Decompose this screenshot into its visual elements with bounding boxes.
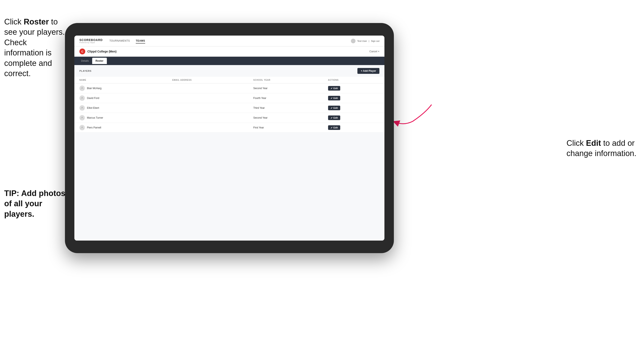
player-email-cell [167,83,248,93]
team-logo: C [80,48,85,54]
nav-tournaments[interactable]: TOURNAMENTS [109,38,130,43]
player-name: Elliot Ebert [87,107,99,109]
team-title-bar: C Clippd College (Men) Cancel × [74,46,384,57]
player-name-cell: Piers Parnell [74,123,167,133]
player-name-cell: Marcus Turner [74,113,167,123]
tab-roster[interactable]: Roster [92,58,107,64]
player-avatar [80,95,85,101]
player-name: David Ford [87,97,99,100]
pencil-icon [330,97,333,99]
table-row: Blair McHarg Second Year Edit [74,83,384,93]
tab-details[interactable]: Details [78,58,92,64]
player-email-cell [167,113,248,123]
pencil-icon [330,87,333,89]
tabs-bar: Details Roster [74,57,384,65]
add-player-button[interactable]: + Add Player [358,68,380,74]
tip-text: TIP: Add photos of all your players. [4,188,71,219]
player-name: Blair McHarg [87,87,102,90]
player-name: Piers Parnell [87,126,101,129]
table-row: David Ford Fourth Year Edit [74,93,384,103]
table-row: Elliot Ebert Third Year Edit [74,103,384,113]
edit-player-button[interactable]: Edit [328,116,340,120]
cancel-button[interactable]: Cancel × [369,50,380,53]
team-name: Clippd College (Men) [87,50,369,53]
edit-player-button[interactable]: Edit [328,125,340,130]
nav-teams[interactable]: TEAMS [136,38,145,43]
tablet-device: SCOREBOARD Powered by clippd TOURNAMENTS… [65,23,394,253]
player-actions-cell: Edit [323,113,384,123]
player-email-cell [167,103,248,113]
edit-label: Edit [334,117,338,119]
player-school-year-cell: First Year [248,123,323,133]
pencil-icon [330,117,333,119]
logo-area: SCOREBOARD Powered by clippd [80,38,103,43]
players-section-header: PLAYERS + Add Player [74,65,384,77]
player-school-year-cell: Fourth Year [248,93,323,103]
player-avatar [80,86,85,91]
player-name-cell: David Ford [74,93,167,103]
edit-label: Edit [334,87,338,90]
user-avatar [351,39,356,43]
player-actions-cell: Edit [323,83,384,93]
user-area: Test User | Sign out [351,39,380,43]
roster-bold: Roster [24,17,49,26]
app-header: SCOREBOARD Powered by clippd TOURNAMENTS… [74,35,384,46]
col-email: EMAIL ADDRESS [167,77,248,83]
edit-player-button[interactable]: Edit [328,96,340,100]
edit-player-button[interactable]: Edit [328,86,340,91]
player-avatar [80,105,85,111]
edit-label: Edit [334,107,338,109]
tablet-screen: SCOREBOARD Powered by clippd TOURNAMENTS… [74,35,384,241]
separator: | [369,40,369,42]
edit-bold: Edit [586,139,601,148]
player-school-year-cell: Second Year [248,113,323,123]
table-row: Piers Parnell First Year Edit [74,123,384,133]
pencil-icon [330,127,333,129]
instruction-right: Click Edit to add or change information. [566,138,640,159]
player-school-year-cell: Second Year [248,83,323,93]
roster-table: NAME EMAIL ADDRESS SCHOOL YEAR ACTIONS B… [74,77,384,133]
instruction-left: Click Roster to see your players. Check … [4,17,65,79]
col-actions: ACTIONS [323,77,384,83]
player-actions-cell: Edit [323,93,384,103]
col-school-year: SCHOOL YEAR [248,77,323,83]
table-row: Marcus Turner Second Year Edit [74,113,384,123]
pencil-icon [330,107,333,109]
main-content: PLAYERS + Add Player NAME EMAIL ADDRESS … [74,65,384,241]
player-actions-cell: Edit [323,103,384,113]
nav-links: TOURNAMENTS TEAMS [109,38,351,43]
logo-text: SCOREBOARD [80,38,103,42]
player-name-cell: Blair McHarg [74,83,167,93]
logo-sub: Powered by clippd [80,42,103,43]
col-name: NAME [74,77,167,83]
edit-label: Edit [334,97,338,99]
players-label: PLAYERS [80,70,92,72]
player-email-cell [167,123,248,133]
arrow-to-edit [392,103,434,128]
edit-player-button[interactable]: Edit [328,106,340,110]
player-avatar [80,125,85,130]
sign-out-link[interactable]: Sign out [371,40,380,42]
edit-label: Edit [334,126,338,129]
player-email-cell [167,93,248,103]
player-school-year-cell: Third Year [248,103,323,113]
player-actions-cell: Edit [323,123,384,133]
player-name-cell: Elliot Ebert [74,103,167,113]
table-header-row: NAME EMAIL ADDRESS SCHOOL YEAR ACTIONS [74,77,384,83]
user-name: Test User [357,40,367,42]
player-avatar [80,115,85,121]
player-name: Marcus Turner [87,116,103,119]
add-player-label: + Add Player [361,69,376,72]
